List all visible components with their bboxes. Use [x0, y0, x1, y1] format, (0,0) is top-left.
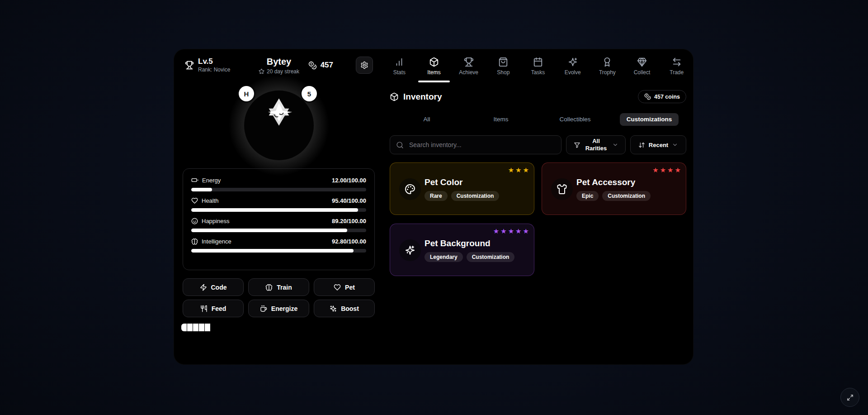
pet-badge-level[interactable]: 5 [302, 86, 317, 101]
boost-button[interactable]: Boost [314, 300, 375, 317]
coins-badge: 457 coins [638, 90, 686, 103]
type-badge: Customization [602, 191, 651, 201]
nav-tab-trade[interactable]: Trade [659, 57, 694, 82]
star-icon: ★ [508, 228, 514, 234]
funnel-icon [574, 142, 580, 148]
tab-collectibles[interactable]: Collectibles [538, 113, 612, 126]
pet-badge-health[interactable]: H [239, 86, 254, 101]
stat-fill [191, 249, 354, 253]
coin-amount: 457 [321, 61, 333, 70]
item-name: Pet Accessory [576, 178, 635, 186]
star-icon: ★ [652, 167, 658, 173]
search-box [390, 135, 561, 154]
stat-row-happiness: Happiness 89.20/100.00 [191, 218, 366, 232]
item-card-pet-color[interactable]: ★★★ Pet Color Rare Customization [390, 162, 534, 215]
tab-items[interactable]: Items [464, 113, 538, 126]
nav-underline [626, 81, 658, 82]
gem-icon [637, 57, 647, 67]
star-icon: ★ [515, 228, 521, 234]
pet-sprite [259, 91, 298, 130]
stats-card: Energy 12.00/100.00 Health 95.40/100.00 … [183, 168, 375, 270]
star-icon: ★ [523, 167, 529, 173]
zap-icon [200, 284, 207, 291]
expand-icon [847, 394, 854, 401]
stat-label: Intelligence [202, 238, 231, 245]
battery-icon [191, 176, 198, 184]
level-text: Lv.5 [198, 57, 230, 65]
item-name: Pet Background [425, 239, 491, 248]
rarity-stars: ★★★★★ [493, 228, 529, 234]
nav-tab-evolve[interactable]: Evolve [555, 57, 590, 82]
trophy-icon [185, 61, 194, 70]
app-panel: Lv.5 Rank: Novice Bytey 20 day streak 45… [174, 49, 693, 365]
stat-value: 12.00/100.00 [332, 177, 366, 184]
rarity-stars: ★★★ [508, 167, 529, 173]
search-icon [396, 141, 404, 149]
nav-underline [557, 81, 589, 82]
nav-tab-achieve[interactable]: Achieve [451, 57, 486, 82]
rarity-filter-dropdown[interactable]: All Rarities [566, 135, 626, 154]
chevron-down-icon [612, 142, 618, 148]
settings-button[interactable] [356, 57, 373, 74]
sort-dropdown[interactable]: Recent [630, 135, 686, 154]
stat-row-energy: Energy 12.00/100.00 [191, 176, 366, 191]
pet-name-block: Bytey 20 day streak [259, 57, 299, 74]
nav-tab-trophy[interactable]: Trophy [590, 57, 625, 82]
gear-icon [360, 61, 368, 69]
main-nav: Stats Items Achieve Shop Tasks Evolve [382, 57, 694, 82]
energize-button[interactable]: Energize [248, 300, 309, 317]
sparkles-icon [399, 239, 421, 261]
stat-track [191, 249, 366, 253]
star-icon: ★ [675, 167, 681, 173]
type-badge: Customization [467, 252, 515, 262]
rarity-badge: Legendary [425, 252, 463, 262]
nav-tab-shop[interactable]: Shop [486, 57, 521, 82]
search-input[interactable] [408, 141, 555, 149]
nav-tab-items[interactable]: Items [417, 57, 452, 82]
nav-tab-stats[interactable]: Stats [382, 57, 417, 82]
code-button[interactable]: Code [183, 278, 244, 296]
sparkles-icon [330, 305, 337, 312]
nav-underline [383, 81, 415, 82]
item-card-pet-accessory[interactable]: ★★★★ Pet Accessory Epic Customization [542, 162, 686, 215]
nav-tab-collect[interactable]: Collect [625, 57, 660, 82]
stat-label: Happiness [202, 218, 229, 224]
feed-button[interactable]: Feed [183, 300, 244, 317]
pixel-strip [181, 324, 211, 331]
level-block: Lv.5 Rank: Novice [185, 57, 230, 72]
stat-value: 89.20/100.00 [332, 218, 366, 224]
tab-all[interactable]: All [390, 113, 464, 126]
stat-fill [191, 229, 347, 232]
shopping-bag-icon [498, 57, 508, 67]
smile-icon [191, 218, 198, 224]
stat-fill [191, 208, 358, 212]
nav-tab-tasks[interactable]: Tasks [521, 57, 556, 82]
brain-icon [191, 238, 198, 245]
calendar-icon [533, 57, 543, 67]
heart-icon [191, 197, 198, 204]
utensils-icon [200, 305, 208, 312]
award-icon [602, 57, 612, 67]
inventory-tabs: All Items Collectibles Customizations [390, 113, 686, 126]
stat-track [191, 188, 366, 191]
box-icon [390, 92, 399, 101]
star-icon: ★ [523, 228, 529, 234]
item-card-pet-background[interactable]: ★★★★★ Pet Background Legendary Customiza… [390, 224, 534, 276]
coin-balance: 457 [308, 61, 333, 70]
fullscreen-button[interactable] [840, 388, 859, 407]
pet-button[interactable]: Pet [314, 278, 375, 296]
star-icon [259, 68, 264, 74]
stat-row-intelligence: Intelligence 92.80/100.00 [191, 238, 366, 253]
action-buttons: Code Train Pet Feed Energize Boost [183, 278, 375, 317]
inventory-controls: All Rarities Recent [390, 135, 686, 154]
nav-underline [453, 81, 485, 82]
inventory-header: Inventory 457 coins [390, 90, 686, 103]
star-icon: ★ [500, 228, 506, 234]
pixel-strip-segment [199, 324, 204, 331]
sparkles-icon [568, 57, 578, 67]
tab-customizations[interactable]: Customizations [612, 113, 686, 126]
train-button[interactable]: Train [248, 278, 309, 296]
star-icon: ★ [515, 167, 521, 173]
rarity-filter-value: All Rarities [584, 138, 609, 153]
pixel-strip-segment [181, 324, 187, 331]
